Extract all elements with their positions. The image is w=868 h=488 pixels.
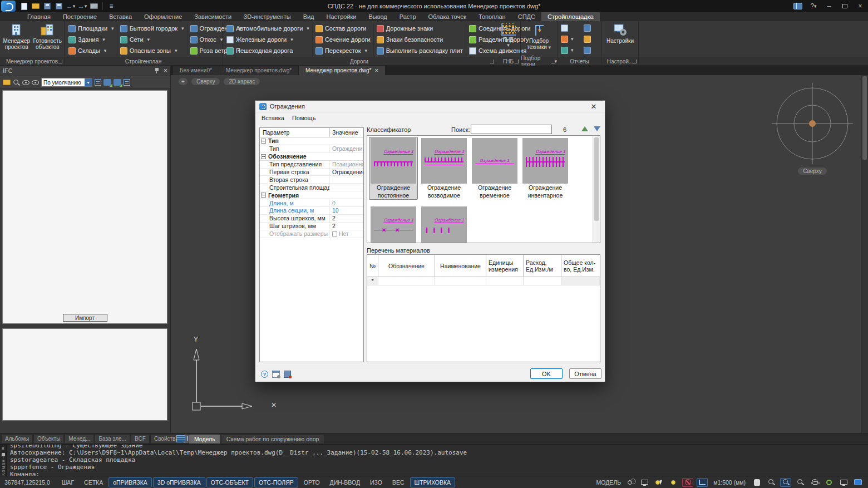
- key-report-button[interactable]: [561, 33, 580, 45]
- undo-button[interactable]: ←▾: [66, 2, 76, 11]
- param-row-show-dimensions[interactable]: Отображать размерыНет: [260, 230, 363, 238]
- compass-view-label[interactable]: Сверху: [798, 167, 826, 175]
- classifier-item-sections[interactable]: Ограждение 1 IIII: [420, 205, 468, 243]
- table-settings-icon[interactable]: [124, 79, 130, 86]
- command-line-panel[interactable]: × Коман spsitebuilding - Существующее зд…: [0, 444, 868, 476]
- tab-topoplan[interactable]: Топоплан: [472, 12, 512, 21]
- safety-signs-button[interactable]: Знаки безопасности: [377, 34, 463, 45]
- toggle-hatch[interactable]: ШТРИХОВКА: [410, 477, 456, 487]
- doc-tab-unnamed[interactable]: Без имени0*: [173, 66, 219, 75]
- tab-stroyploshchadka[interactable]: Стройплощадка: [541, 12, 600, 21]
- pedestrian-road-button[interactable]: Пешеходная дорога: [226, 46, 309, 56]
- menu-insert[interactable]: Вставка: [258, 114, 288, 122]
- export-model-icon[interactable]: [114, 79, 121, 86]
- equipment-selection-button[interactable]: Подбор техники ▾: [522, 22, 556, 57]
- menu-help[interactable]: Помощь: [288, 114, 320, 122]
- tab-oblaka-tochek[interactable]: Облака точек: [422, 12, 473, 21]
- classifier-item-temporary[interactable]: Ограждение 1 Ограждение временное: [470, 137, 519, 200]
- zoom-icon[interactable]: [766, 478, 777, 487]
- panel-tab-albums[interactable]: Альбомы: [1, 434, 33, 443]
- report-list-button[interactable]: [561, 22, 580, 33]
- arrow-up-icon[interactable]: [581, 126, 588, 131]
- scrollbar-thumb[interactable]: [862, 76, 867, 160]
- ok-button[interactable]: OK: [530, 368, 563, 379]
- folder-report-button[interactable]: [584, 33, 598, 45]
- col-total[interactable]: Общее кол-во, Ед.Изм.: [561, 255, 600, 277]
- param-row-construction-site[interactable]: Строительная площадка: [260, 184, 363, 191]
- col-number[interactable]: №: [367, 255, 378, 277]
- toggle-3d-osnap[interactable]: 3D оПРИВЯЗКА: [153, 477, 205, 487]
- project-manager-button[interactable]: Менеджер проектов: [1, 22, 32, 57]
- tab-zavisimosti[interactable]: Зависимости: [188, 12, 238, 21]
- doc-tab-manager-2[interactable]: Менеджер проектов.dwg*×: [299, 66, 385, 75]
- materials-new-row[interactable]: *: [367, 277, 600, 285]
- zoom-window-icon[interactable]: [795, 478, 806, 487]
- doc-tab-manager-1[interactable]: Менеджер проектов.dwg*: [219, 66, 298, 75]
- auto-roads-button[interactable]: Автомобильные дороги: [226, 23, 309, 34]
- close-button[interactable]: ×: [852, 0, 868, 12]
- arrow-down-icon[interactable]: [594, 126, 600, 131]
- view-direction-button[interactable]: Сверху: [191, 78, 220, 85]
- crossroad-button[interactable]: Перекресток: [315, 46, 371, 56]
- tab-rastr[interactable]: Растр: [393, 12, 422, 21]
- buildings-button[interactable]: Здания: [68, 34, 114, 45]
- col-consumption[interactable]: Расход, Ед.Изм./м: [524, 255, 561, 277]
- search-icon[interactable]: [13, 79, 20, 86]
- danger-zones-button[interactable]: Опасные зоны: [120, 46, 184, 56]
- help-button[interactable]: ?▾: [806, 0, 821, 12]
- dialog-launcher-icon[interactable]: [58, 60, 62, 63]
- param-group-type[interactable]: Тип: [260, 137, 363, 145]
- pin-icon[interactable]: [1, 453, 6, 457]
- scrollbar-thumb[interactable]: [594, 137, 599, 221]
- open-ifc-icon[interactable]: [3, 80, 11, 85]
- toggle-otrack-polar[interactable]: ОТС-ПОЛЯР: [254, 477, 298, 487]
- checkbox-icon[interactable]: [332, 231, 337, 236]
- road-section-button[interactable]: Сечение дороги: [315, 34, 371, 45]
- collapse-icon[interactable]: [261, 139, 266, 144]
- panel-tab-manager[interactable]: Менед...: [65, 434, 94, 443]
- annotation-scale-label[interactable]: м1:500 (мм): [713, 479, 746, 486]
- lock-ui-icon[interactable]: [838, 478, 849, 487]
- collapse-icon[interactable]: [261, 193, 266, 198]
- save-button[interactable]: [42, 2, 52, 11]
- col-units[interactable]: Единицы измерения: [486, 255, 524, 277]
- column-parameter[interactable]: Параметр: [260, 128, 330, 137]
- cursor-highlight-icon[interactable]: [653, 478, 664, 487]
- command-history[interactable]: spsitebuilding - Существующее здание Авт…: [10, 444, 865, 476]
- pan-icon[interactable]: [751, 478, 762, 487]
- ucs-toggle-icon[interactable]: [697, 478, 708, 487]
- toggle-lineweight[interactable]: ВЕС: [388, 477, 409, 487]
- close-panel-icon[interactable]: ×: [164, 68, 167, 73]
- grid-report-button[interactable]: [584, 45, 598, 56]
- orbit-icon[interactable]: [809, 478, 820, 487]
- toggle-dynamic-input[interactable]: ДИН-ВВОД: [326, 477, 364, 487]
- space-mode-label[interactable]: МОДЕЛЬ: [596, 479, 622, 486]
- object-readiness-button[interactable]: Готовность объектов: [32, 22, 63, 57]
- visibility-query-icon[interactable]: [32, 80, 39, 85]
- param-group-geometry[interactable]: Геометрия: [260, 191, 363, 199]
- redo-dropdown-icon[interactable]: ▾: [85, 4, 87, 8]
- panel-tab-bcf[interactable]: BCF: [131, 434, 150, 443]
- dialog-launcher-icon[interactable]: [490, 60, 494, 63]
- save-template-icon[interactable]: [284, 371, 291, 378]
- listbox-scrollbar[interactable]: [593, 136, 600, 243]
- visual-style-button[interactable]: 2D-каркас: [224, 78, 260, 85]
- toggle-osnap[interactable]: оПРИВЯЗКА: [108, 477, 152, 487]
- fullscreen-icon[interactable]: [852, 478, 864, 487]
- zoom-realtime-icon[interactable]: [780, 478, 791, 487]
- visibility-icon[interactable]: [22, 80, 29, 85]
- param-row-section-length[interactable]: Длина секции, м10: [260, 207, 363, 215]
- photo-report-button[interactable]: [584, 22, 598, 33]
- sites-button[interactable]: Площадки: [68, 23, 114, 34]
- warehouses-button[interactable]: Склады: [68, 46, 114, 56]
- param-row-second-line[interactable]: Вторая строка: [260, 176, 363, 184]
- pin-icon[interactable]: [155, 68, 159, 73]
- param-group-designation[interactable]: Обозначение: [260, 153, 363, 161]
- tab-spds[interactable]: СПДС: [512, 12, 541, 21]
- import-button[interactable]: Импорт: [63, 314, 107, 322]
- camp-button[interactable]: Бытовой городок: [120, 23, 184, 34]
- tab-3d-instrumenty[interactable]: 3D-инструменты: [238, 12, 297, 21]
- road-composition-button[interactable]: Состав дороги: [315, 23, 371, 34]
- close-tab-icon[interactable]: ×: [374, 68, 378, 73]
- search-input[interactable]: [471, 125, 552, 134]
